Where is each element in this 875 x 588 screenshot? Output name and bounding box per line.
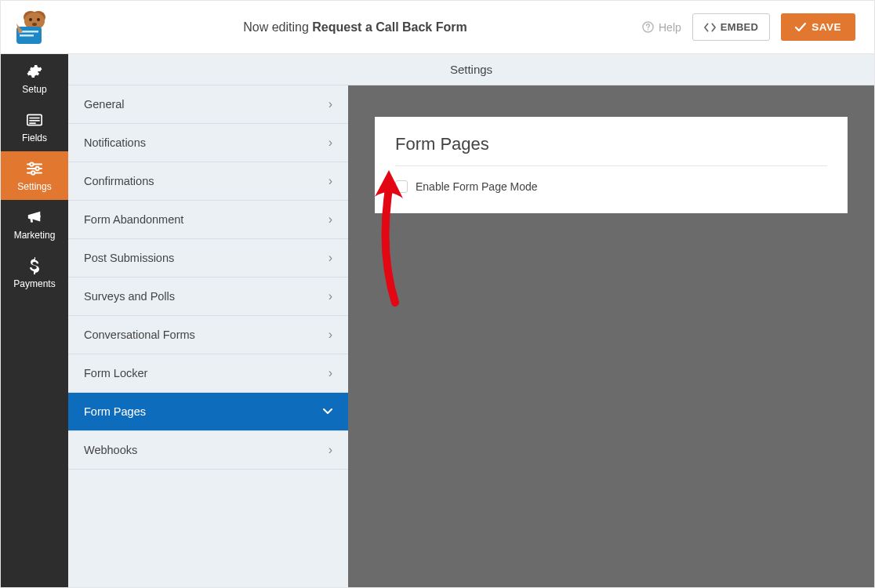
svg-point-17 bbox=[35, 166, 38, 169]
settings-item-surveys-polls[interactable]: Surveys and Polls› bbox=[68, 278, 348, 316]
settings-item-notifications[interactable]: Notifications› bbox=[68, 124, 348, 162]
svg-rect-7 bbox=[20, 34, 34, 37]
rail-label: Marketing bbox=[14, 230, 56, 241]
help-icon bbox=[642, 21, 654, 33]
bullhorn-icon bbox=[26, 209, 43, 226]
form-name: Request a Call Back Form bbox=[312, 20, 467, 34]
settings-item-label: Conversational Forms bbox=[84, 328, 195, 341]
top-actions: Help EMBED SAVE bbox=[642, 13, 874, 41]
settings-item-form-locker[interactable]: Form Locker› bbox=[68, 354, 348, 393]
settings-canvas: Form Pages Enable Form Page Mode bbox=[348, 85, 874, 587]
settings-item-label: Surveys and Polls bbox=[84, 290, 175, 303]
chevron-right-icon: › bbox=[329, 443, 332, 457]
chevron-right-icon: › bbox=[329, 328, 332, 342]
chevron-right-icon: › bbox=[329, 136, 332, 150]
editing-title: Now editing Request a Call Back Form bbox=[68, 20, 642, 34]
rail-item-settings[interactable]: Settings bbox=[1, 151, 68, 200]
settings-item-label: Form Locker bbox=[84, 367, 147, 379]
settings-item-form-pages[interactable]: Form Pages bbox=[68, 393, 348, 431]
save-label: SAVE bbox=[811, 21, 841, 33]
enable-form-page-checkbox[interactable] bbox=[395, 180, 408, 193]
chevron-right-icon: › bbox=[329, 289, 332, 303]
top-bar: Now editing Request a Call Back Form Hel… bbox=[1, 1, 874, 54]
code-icon bbox=[704, 23, 716, 32]
svg-rect-13 bbox=[29, 122, 35, 124]
svg-point-9 bbox=[648, 29, 649, 31]
chevron-down-icon bbox=[323, 408, 332, 415]
rail-label: Fields bbox=[22, 132, 47, 143]
left-rail: Setup Fields Settings Marketing bbox=[1, 54, 68, 587]
panel-title: Form Pages bbox=[395, 134, 827, 166]
list-icon bbox=[26, 111, 43, 129]
settings-item-label: Form Abandonment bbox=[84, 213, 183, 226]
rail-item-setup[interactable]: Setup bbox=[1, 54, 68, 103]
save-button[interactable]: SAVE bbox=[781, 13, 855, 41]
embed-label: EMBED bbox=[721, 21, 758, 33]
settings-item-label: Confirmations bbox=[84, 175, 154, 187]
settings-item-form-abandonment[interactable]: Form Abandonment› bbox=[68, 201, 348, 239]
chevron-right-icon: › bbox=[329, 97, 332, 111]
main-area: Settings General› Notifications› Confirm… bbox=[68, 54, 874, 587]
section-title: Settings bbox=[450, 63, 492, 76]
content-row: General› Notifications› Confirmations› F… bbox=[68, 85, 874, 587]
settings-item-label: Webhooks bbox=[84, 444, 137, 456]
gear-icon bbox=[26, 63, 43, 80]
svg-rect-6 bbox=[20, 31, 38, 33]
settings-item-confirmations[interactable]: Confirmations› bbox=[68, 162, 348, 201]
settings-item-conversational-forms[interactable]: Conversational Forms› bbox=[68, 316, 348, 354]
settings-item-label: Notifications bbox=[84, 136, 146, 149]
enable-form-page-row: Enable Form Page Mode bbox=[395, 180, 827, 193]
help-link[interactable]: Help bbox=[642, 21, 681, 34]
settings-item-label: Post Submissions bbox=[84, 252, 174, 264]
svg-rect-11 bbox=[29, 117, 39, 118]
svg-point-15 bbox=[30, 162, 33, 165]
chevron-right-icon: › bbox=[329, 212, 332, 227]
check-icon bbox=[795, 23, 806, 32]
help-label: Help bbox=[659, 21, 681, 34]
chevron-right-icon: › bbox=[329, 366, 332, 380]
rail-item-fields[interactable]: Fields bbox=[1, 103, 68, 151]
app-root: Now editing Request a Call Back Form Hel… bbox=[0, 0, 875, 588]
svg-point-4 bbox=[37, 18, 40, 21]
form-pages-panel: Form Pages Enable Form Page Mode bbox=[375, 117, 848, 213]
rail-label: Payments bbox=[13, 278, 55, 289]
app-body: Setup Fields Settings Marketing bbox=[1, 54, 874, 587]
dollar-icon bbox=[26, 257, 43, 274]
embed-button[interactable]: EMBED bbox=[692, 13, 770, 41]
rail-item-marketing[interactable]: Marketing bbox=[1, 200, 68, 249]
chevron-right-icon: › bbox=[329, 174, 332, 188]
settings-item-webhooks[interactable]: Webhooks› bbox=[68, 431, 348, 470]
svg-point-5 bbox=[32, 23, 37, 26]
sliders-icon bbox=[26, 160, 43, 177]
svg-point-3 bbox=[29, 18, 32, 21]
app-logo bbox=[1, 1, 68, 54]
checkbox-label: Enable Form Page Mode bbox=[416, 180, 538, 193]
settings-menu: General› Notifications› Confirmations› F… bbox=[68, 85, 348, 587]
settings-item-post-submissions[interactable]: Post Submissions› bbox=[68, 239, 348, 278]
rail-label: Settings bbox=[17, 181, 51, 192]
svg-rect-12 bbox=[29, 120, 39, 122]
rail-item-payments[interactable]: Payments bbox=[1, 249, 68, 297]
section-header: Settings bbox=[68, 54, 874, 85]
editing-prefix: Now editing bbox=[243, 20, 312, 34]
settings-item-label: Form Pages bbox=[84, 405, 146, 418]
settings-item-label: General bbox=[84, 98, 125, 111]
rail-label: Setup bbox=[22, 84, 46, 95]
svg-point-19 bbox=[31, 171, 34, 174]
chevron-right-icon: › bbox=[329, 251, 332, 265]
wpforms-logo-icon bbox=[15, 9, 54, 45]
settings-item-general[interactable]: General› bbox=[68, 85, 348, 124]
